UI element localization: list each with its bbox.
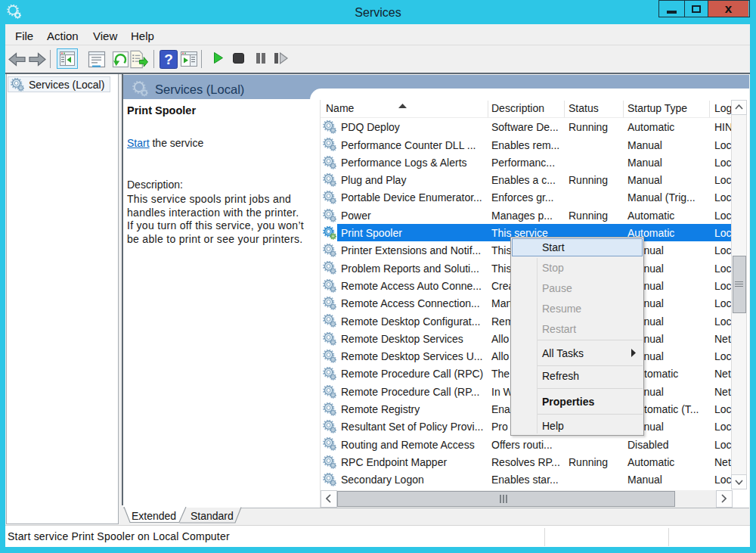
svg-text:?: ? xyxy=(164,51,173,67)
